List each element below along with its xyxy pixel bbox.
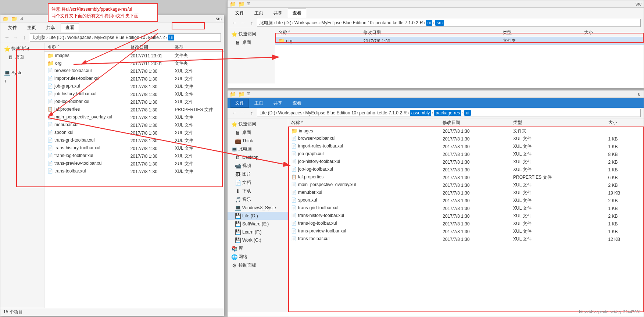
table-row[interactable]: 📄trans-log-toolbar.xul 2017/7/8 1:30 XUL… [44,152,224,160]
back-button1[interactable]: ← [3,34,11,41]
table-row[interactable]: 📁images 2017/7/11 23:01 文件夹 [44,52,224,60]
sidebar-pictures[interactable]: 🖼 图片 [228,170,288,178]
win1-title-label: src [216,16,222,21]
table-row[interactable]: 📄job-graph.xul 2017/7/8 1:30 XUL 文件 [44,83,224,90]
back-button3[interactable]: ← [230,109,238,117]
toolbar-folder-icon2-w2: 📁 [238,1,244,7]
file-type: XUL 文件 [510,166,605,174]
table-row[interactable]: 📁images 2017/7/8 1:30 文件夹 [288,127,644,135]
sidebar-desktop1[interactable]: 🖥 桌面 [0,53,44,61]
sidebar-quickaccess2[interactable]: ⭐ 快速访问 [228,30,275,38]
sidebar-computer[interactable]: 💻 此电脑 [228,145,288,153]
table-row[interactable]: 📄trans-toolbar.xul 2017/7/8 1:30 XUL 文件 … [288,235,644,243]
table-row[interactable]: 📄trans-history-toolbar.xul 2017/7/8 1:30… [288,212,644,220]
table-row[interactable]: 📄trans-preview-toolbar.xul 2017/7/8 1:30… [44,160,224,168]
forward-button1[interactable]: → [12,34,19,41]
table-row[interactable]: 📄menubar.xul 2017/7/8 1:30 XUL 文件 [44,121,224,129]
tab-home1[interactable]: 主页 [22,23,41,32]
table-row[interactable]: 📄trans-preview-toolbar.xul 2017/7/8 1:30… [288,228,644,235]
table-row[interactable]: 📄job-history-toolbar.xul 2017/7/8 1:30 X… [288,158,644,166]
syste-icon: 💻 [4,70,10,76]
computer-icon: 💻 [231,146,237,152]
table-row[interactable]: 📄menubar.xul 2017/7/8 1:30 XUL 文件 19 KB [288,189,644,197]
win2-pane: ⭐ 快速访问 🖥 桌面 名称 ^ 修改日期 类型 大小 [228,28,644,83]
table-row[interactable]: 📁org 2017/7/11 23:01 文件夹 [44,60,224,67]
sidebar-life[interactable]: 💾 Life (D:) [228,212,288,220]
table-row[interactable]: 📄browser-toolbar.xul 2017/7/8 1:30 XUL 文… [44,67,224,75]
back-button2[interactable]: ← [230,19,238,26]
up-button2[interactable]: ↑ [248,19,255,26]
sidebar-desktop2[interactable]: 🖥 桌面 [228,38,275,47]
sidebar-downloads[interactable]: ⬇ 下载 [228,187,288,195]
table-row[interactable]: 📄trans-toolbar.xul 2017/7/8 1:30 XUL 文件 [44,168,224,175]
sidebar-win8[interactable]: 💻 Windows8_Syste [228,204,288,212]
up-button3[interactable]: ↑ [248,109,255,117]
tab-share2[interactable]: 共享 [269,8,287,18]
tab-file3[interactable]: 文件 [230,99,249,108]
sidebar-controlpanel[interactable]: ⚙ 控制面板 [228,261,288,270]
file-icon: 📄 [47,99,53,104]
sidebar-music[interactable]: 🎵 音乐 [228,195,288,204]
path-last-segment: ui [168,35,174,40]
table-row[interactable]: 📄trans-history-toolbar.xul 2017/7/8 1:30… [44,145,224,152]
tab-view2[interactable]: 查看 [288,8,306,18]
tab-view3[interactable]: 查看 [288,99,306,108]
sidebar-quickaccess1[interactable]: ⭐ 快速访问 [0,44,44,53]
win2-title-label: src [636,1,641,7]
table-row[interactable]: 📋laf.properties 2017/7/8 1:30 PROPERTIES… [44,106,224,114]
file-date: 2017/7/11 23:01 [128,60,172,67]
table-row[interactable]: 📄main_perspective_overlay.xul 2017/7/8 1… [288,181,644,189]
tab-home2[interactable]: 主页 [250,8,268,18]
table-row[interactable]: 📄trans-grid-toolbar.xul 2017/7/8 1:30 XU… [44,137,224,145]
sidebar-desktop3[interactable]: 🖥 桌面 [228,128,288,137]
table-row[interactable]: 📄trans-grid-toolbar.xul 2017/7/8 1:30 XU… [288,204,644,212]
sidebar-think[interactable]: 💼 Think [228,137,288,145]
sidebar-docs[interactable]: 📄 文档 [228,178,288,187]
tab-file2[interactable]: 文件 [230,8,249,18]
tab-share3[interactable]: 共享 [269,99,287,108]
sidebar-network[interactable]: 🌐 网络 [228,253,288,261]
table-row[interactable]: 📄job-log-toolbar.xul 2017/7/8 1:30 XUL 文… [44,98,224,106]
window1: 📁 📁 ☑ src 文件 主页 共享 查看 ← → ↑ 此电脑 › Life (… [0,15,224,316]
table-row[interactable]: 📄spoon.xul 2017/7/8 1:30 XUL 文件 [44,129,224,137]
win3-path[interactable]: Life (D:) › Workspaces › MyEclipse Blue … [257,109,641,117]
software-label: SoftWare (E:) [242,221,269,227]
col-type1: 类型 [172,43,224,52]
file-date: 2017/7/8 1:30 [128,160,172,168]
sidebar-syste[interactable]: 💻 Syste [0,69,44,77]
table-row[interactable]: 📄import-rules-toolbar.xul 2017/7/8 1:30 … [288,143,644,150]
sidebar-library[interactable]: 📚 库 [228,244,288,253]
file-size: 1 KB [605,166,644,174]
file-size: 2 KB [605,212,644,220]
file-type: PROPERTIES 文件 [172,106,224,114]
table-row[interactable]: 📄job-log-toolbar.xul 2017/7/8 1:30 XUL 文… [288,166,644,174]
tab-share1[interactable]: 共享 [42,23,60,32]
table-row[interactable]: 📄spoon.xul 2017/7/8 1:30 XUL 文件 2 KB [288,197,644,204]
sidebar-bracket[interactable]: ） [0,77,44,85]
win1-address-bar: ← → ↑ 此电脑 › Life (D:) › Workspaces › MyE… [0,32,224,43]
table-row[interactable]: 📁 org 2017/7/8 1:30 文件夹 [275,37,644,45]
sidebar-quickaccess3[interactable]: ⭐ 快速访问 [228,120,288,128]
tab-file1[interactable]: 文件 [3,23,22,32]
table-row[interactable]: 📄import-rules-toolbar.xul 2017/7/8 1:30 … [44,75,224,83]
win2-path[interactable]: 此电脑 › Life (D:) › Workspaces › MyEclipse… [257,19,641,27]
sidebar-desktop3b[interactable]: 🖥 Desktop [228,153,288,161]
sidebar-learn[interactable]: 💾 Learn (F:) [228,228,288,236]
win1-path[interactable]: 此电脑 › Life (D:) › Workspaces › MyEclipse… [30,33,221,42]
forward-button2[interactable]: → [239,19,247,26]
forward-button3[interactable]: → [239,109,247,117]
tab-view1[interactable]: 查看 [61,23,79,32]
table-row[interactable]: 📄job-graph.xul 2017/7/8 1:30 XUL 文件 8 KB [288,150,644,158]
sidebar-software[interactable]: 💾 SoftWare (E:) [228,220,288,228]
table-row[interactable]: 📋laf.properties 2017/7/8 1:30 PROPERTIES… [288,174,644,181]
file-icon: 📄 [291,167,297,172]
tab-home3[interactable]: 主页 [250,99,268,108]
table-row[interactable]: 📄main_perspective_overlay.xul 2017/7/8 1… [44,114,224,121]
file-name: trans-history-toolbar.xul [298,213,344,218]
table-row[interactable]: 📄trans-log-toolbar.xul 2017/7/8 1:30 XUL… [288,220,644,228]
sidebar-work[interactable]: 💾 Work (G:) [228,236,288,244]
table-row[interactable]: 📄browser-toolbar.xul 2017/7/8 1:30 XUL 文… [288,135,644,143]
table-row[interactable]: 📄job-history-toolbar.xul 2017/7/8 1:30 X… [44,90,224,98]
sidebar-video[interactable]: 📹 视频 [228,161,288,170]
up-button1[interactable]: ↑ [21,34,28,41]
